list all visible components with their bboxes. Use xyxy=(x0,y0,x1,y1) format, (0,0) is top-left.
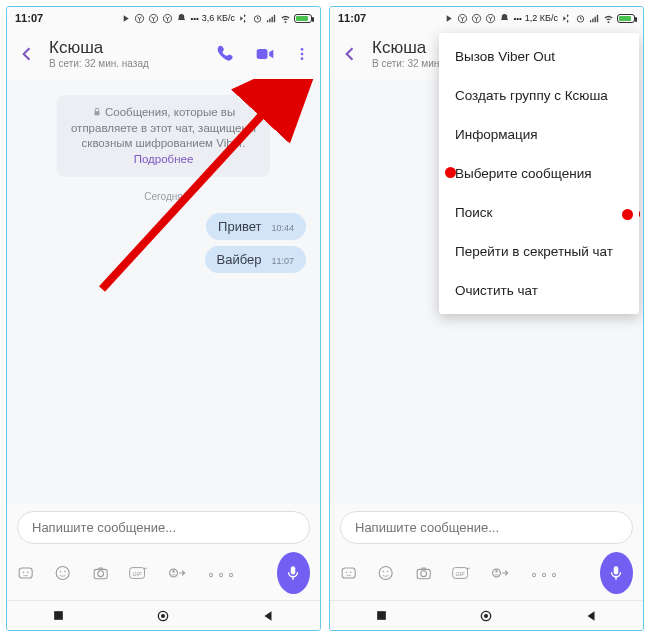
play-icon xyxy=(443,13,454,24)
message-time: 10:44 xyxy=(271,223,294,233)
menu-create-group[interactable]: Создать группу с Ксюша xyxy=(439,76,639,115)
y-icon xyxy=(162,13,173,24)
bell-icon xyxy=(499,13,510,24)
chat-area: Сообщения, которые вы отправляете в этот… xyxy=(7,79,320,503)
mic-icon xyxy=(607,564,625,582)
message-bubble[interactable]: Привет 10:44 xyxy=(206,213,306,240)
svg-rect-4 xyxy=(257,49,268,59)
svg-point-30 xyxy=(346,572,347,573)
svg-rect-29 xyxy=(342,568,355,578)
camera-icon[interactable] xyxy=(415,562,432,584)
phone-left: 11:07 ••• 3,6 КБ/с Ксюша В сети: 32 мин.… xyxy=(6,6,321,631)
back-icon[interactable] xyxy=(340,44,360,64)
share-icon[interactable] xyxy=(168,562,187,584)
gif-icon[interactable]: GIF xyxy=(452,562,471,584)
menu-secret-chat[interactable]: Перейти в секретный чат xyxy=(439,232,639,271)
back-nav-icon[interactable] xyxy=(261,609,275,623)
status-bar: 11:07 ••• 3,6 КБ/с xyxy=(7,7,320,29)
alarm-icon xyxy=(575,13,586,24)
home-icon[interactable] xyxy=(478,608,494,624)
alarm-icon xyxy=(252,13,263,24)
android-navbar xyxy=(7,600,320,630)
message-text: Вайбер xyxy=(217,252,262,267)
call-icon[interactable] xyxy=(216,44,236,64)
svg-rect-22 xyxy=(54,611,63,620)
chat-title: Ксюша xyxy=(49,39,204,58)
composer xyxy=(330,503,643,548)
gif-icon[interactable]: GIF xyxy=(129,562,148,584)
more-tools[interactable]: ∘∘∘ xyxy=(207,566,237,581)
lock-icon xyxy=(92,107,102,117)
menu-info[interactable]: Информация xyxy=(439,115,639,154)
menu-viber-out[interactable]: Вызов Viber Out xyxy=(439,37,639,76)
message-input[interactable] xyxy=(340,511,633,544)
svg-point-39 xyxy=(493,569,501,577)
svg-point-36 xyxy=(420,571,426,577)
status-time: 11:07 xyxy=(338,12,366,24)
svg-text:GIF: GIF xyxy=(133,571,143,577)
menu-select-messages[interactable]: Выберите сообщения xyxy=(439,154,639,193)
mic-button[interactable] xyxy=(277,552,310,594)
phone-right: 11:07 ••• 1,2 КБ/с Ксюша В сети: 32 мин.… xyxy=(329,6,644,631)
sticker-icon[interactable] xyxy=(17,562,34,584)
mic-icon xyxy=(284,564,302,582)
bluetooth-icon xyxy=(561,13,572,24)
annotation-dot xyxy=(445,167,456,178)
menu-search[interactable]: Поиск xyxy=(439,193,639,232)
message-bubble[interactable]: Вайбер 11:07 xyxy=(205,246,306,273)
svg-point-19 xyxy=(170,569,178,577)
y-icon xyxy=(485,13,496,24)
status-bar: 11:07 ••• 1,2 КБ/с xyxy=(330,7,643,29)
share-icon[interactable] xyxy=(491,562,510,584)
chat-status: В сети: 32 мин. назад xyxy=(49,58,204,69)
menu-clear-chat[interactable]: Очистить чат xyxy=(439,271,639,310)
status-speed: 3,6 КБ/с xyxy=(202,13,235,23)
svg-point-10 xyxy=(23,572,24,573)
status-time: 11:07 xyxy=(15,12,43,24)
mic-button[interactable] xyxy=(600,552,633,594)
battery-icon xyxy=(617,14,635,23)
wifi-icon xyxy=(280,13,291,24)
video-icon[interactable] xyxy=(254,44,276,64)
svg-point-13 xyxy=(60,571,61,572)
bluetooth-icon xyxy=(238,13,249,24)
svg-point-31 xyxy=(350,572,351,573)
svg-point-16 xyxy=(97,571,103,577)
y-icon xyxy=(148,13,159,24)
composer xyxy=(7,503,320,548)
svg-point-5 xyxy=(301,48,304,51)
back-icon[interactable] xyxy=(17,44,37,64)
y-icon xyxy=(471,13,482,24)
smile-icon[interactable] xyxy=(54,562,71,584)
back-nav-icon[interactable] xyxy=(584,609,598,623)
status-speed: 1,2 КБ/с xyxy=(525,13,558,23)
message-input[interactable] xyxy=(17,511,310,544)
smile-icon[interactable] xyxy=(377,562,394,584)
more-tools[interactable]: ∘∘∘ xyxy=(530,566,560,581)
chat-header: Ксюша В сети: 32 мин. назад xyxy=(7,29,320,79)
signal-icon xyxy=(589,13,600,24)
camera-icon[interactable] xyxy=(92,562,109,584)
recents-icon[interactable] xyxy=(52,609,65,622)
play-icon xyxy=(120,13,131,24)
encryption-notice[interactable]: Сообщения, которые вы отправляете в этот… xyxy=(57,95,270,177)
sticker-icon[interactable] xyxy=(340,562,357,584)
more-icon[interactable] xyxy=(294,44,310,64)
overflow-menu: Вызов Viber Out Создать группу с Ксюша И… xyxy=(439,33,639,314)
svg-point-6 xyxy=(301,53,304,56)
composer-toolbar: GIF ∘∘∘ xyxy=(7,548,320,600)
recents-icon[interactable] xyxy=(375,609,388,622)
y-icon xyxy=(134,13,145,24)
svg-point-14 xyxy=(64,571,65,572)
svg-point-32 xyxy=(380,566,393,579)
battery-icon xyxy=(294,14,312,23)
signal-icon xyxy=(266,13,277,24)
home-icon[interactable] xyxy=(155,608,171,624)
svg-point-40 xyxy=(495,570,497,572)
day-label: Сегодня xyxy=(21,191,306,202)
svg-point-7 xyxy=(301,57,304,60)
message-text: Привет xyxy=(218,219,261,234)
chat-title-block[interactable]: Ксюша В сети: 32 мин. назад xyxy=(49,39,204,69)
svg-point-20 xyxy=(172,570,174,572)
svg-point-12 xyxy=(57,566,70,579)
